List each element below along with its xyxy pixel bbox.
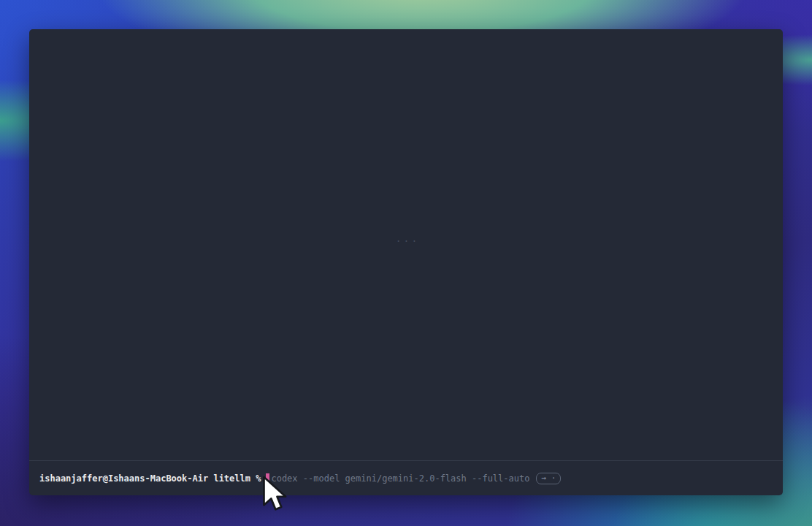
terminal-window[interactable]: ··· ishaanjaffer@Ishaans-MacBook-Air lit… (29, 29, 783, 495)
tab-hint-key: → · (536, 473, 561, 484)
terminal-input-row[interactable]: ishaanjaffer@Ishaans-MacBook-Air litellm… (39, 473, 773, 484)
loading-ellipsis: ··· (393, 235, 422, 246)
terminal-output-area: ··· (29, 29, 783, 460)
text-cursor (266, 473, 269, 484)
desktop-wallpaper: ··· ishaanjaffer@Ishaans-MacBook-Air lit… (0, 0, 812, 526)
autosuggestion-text: codex --model gemini/gemini-2.0-flash --… (271, 473, 529, 484)
shell-prompt: ishaanjaffer@Ishaans-MacBook-Air litellm… (39, 473, 261, 484)
terminal-separator (29, 460, 783, 461)
